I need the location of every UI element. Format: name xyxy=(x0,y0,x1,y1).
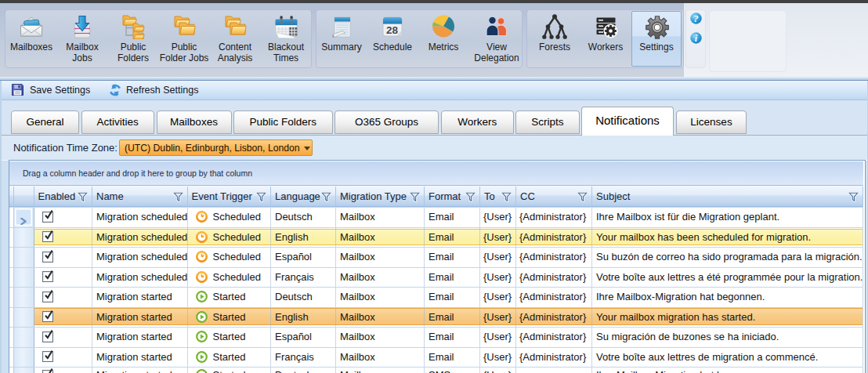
svg-text:?: ? xyxy=(694,13,699,24)
svg-text:28: 28 xyxy=(386,24,399,36)
